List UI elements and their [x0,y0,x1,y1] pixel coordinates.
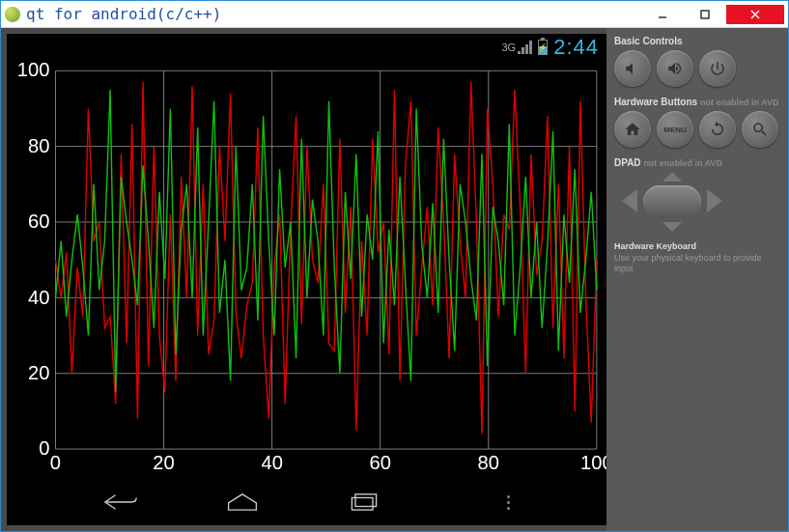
keyboard-note: Hardware Keyboard Use your physical keyb… [614,241,780,275]
svg-text:80: 80 [28,135,49,156]
android-navbar [7,479,606,525]
minimize-button[interactable] [641,5,684,24]
android-emulator-screen: 3G ⚡ 2:44 020406080100020406080100 [7,34,606,525]
dpad-down[interactable] [662,222,682,232]
chart-area: 020406080100020406080100 [7,61,606,479]
recent-button[interactable] [347,490,381,514]
svg-text:100: 100 [580,452,606,473]
dpad [614,172,730,232]
svg-text:40: 40 [28,286,49,307]
hw-search-button[interactable] [742,111,778,148]
titlebar: qt for android(c/c++) [1,1,788,28]
network-label: 3G [501,42,516,53]
dpad-title: DPAD not enabled in AVD [614,157,780,168]
emulator-sidebar: Basic Controls Hardware Buttons not enab… [606,28,788,531]
svg-text:20: 20 [28,362,49,383]
dpad-up[interactable] [662,172,682,182]
power-button[interactable] [699,50,736,87]
hw-home-button[interactable] [614,111,651,148]
svg-rect-1 [701,11,709,18]
svg-text:60: 60 [28,210,49,232]
svg-text:0: 0 [39,437,49,459]
volume-down-button[interactable] [614,50,651,87]
window-title: qt for android(c/c++) [26,5,221,23]
network-indicator: 3G [501,41,532,54]
close-button[interactable] [726,5,784,24]
overflow-menu-icon[interactable] [507,495,510,510]
svg-text:60: 60 [370,452,391,473]
app-icon [5,7,20,22]
hardware-buttons-title: Hardware Buttons not enabled in AVD [614,97,780,107]
svg-text:100: 100 [17,61,50,81]
hw-back-button[interactable] [699,111,736,148]
svg-text:20: 20 [153,452,174,473]
clock: 2:44 [553,35,599,60]
line-chart: 020406080100020406080100 [7,61,606,479]
svg-text:80: 80 [478,452,499,473]
android-status-bar: 3G ⚡ 2:44 [7,34,606,61]
svg-text:40: 40 [261,452,282,473]
dpad-left[interactable] [622,189,637,212]
signal-icon [518,41,532,54]
volume-up-button[interactable] [657,50,693,87]
maximize-button[interactable] [684,5,726,24]
home-button[interactable] [225,490,260,514]
battery-icon: ⚡ [538,40,548,55]
svg-text:0: 0 [50,452,61,473]
dpad-right[interactable] [707,189,722,212]
back-button[interactable] [103,490,138,514]
hw-menu-button[interactable]: MENU [657,111,693,148]
dpad-center[interactable] [643,185,701,218]
basic-controls-title: Basic Controls [614,36,780,46]
